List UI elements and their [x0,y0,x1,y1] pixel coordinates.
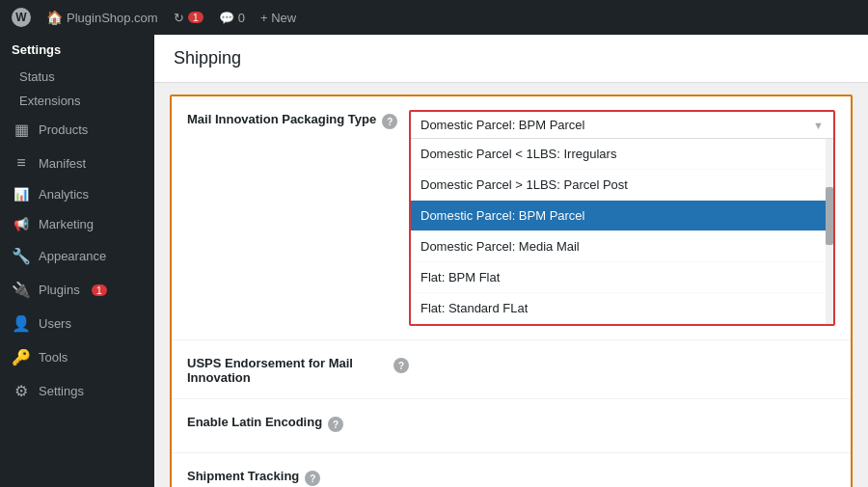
site-name-item[interactable]: 🏠 PluginShop.com [46,10,158,25]
table-row: Enable Latin Encoding ? [172,399,851,453]
sidebar-item-label: Marketing [39,217,94,231]
sidebar-settings-header: Settings [0,35,154,65]
appearance-icon: 🔧 [12,247,31,265]
table-row: USPS Endorsement for Mail Innovation ? [172,340,851,399]
dropdown-option[interactable]: Domestic Parcel > 1LBS: Parcel Post [411,170,833,201]
sidebar-item-label: Plugins [39,283,80,297]
plugins-badge: 1 [92,284,107,296]
dropdown-option-selected[interactable]: Domestic Parcel: BPM Parcel [411,201,833,231]
sidebar-item-users[interactable]: 👤 Users [0,307,154,340]
help-icon[interactable]: ? [305,471,320,486]
dropdown-option[interactable]: Flat: BPM Flat [411,262,833,293]
usps-endorsement-label: USPS Endorsement for Mail Innovation ? [187,354,409,385]
sidebar-item-marketing[interactable]: 📢 Marketing [0,209,154,239]
settings-icon: ⚙ [12,382,31,400]
sidebar-item-label: Analytics [39,187,89,202]
dropdown-arrow-icon: ▼ [813,120,824,131]
sidebar-item-tools[interactable]: 🔑 Tools [0,340,154,374]
update-count: 1 [188,12,203,23]
sidebar-item-products[interactable]: ▦ Products [0,113,154,147]
help-icon[interactable]: ? [393,358,409,373]
table-row: Shipment Tracking ? [172,453,851,487]
comment-count: 0 [238,11,245,25]
plugins-icon: 🔌 [12,281,31,299]
site-name: PluginShop.com [67,11,158,25]
sidebar-item-label: Products [39,122,88,137]
tools-icon: 🔑 [12,348,31,366]
layout: Settings Status Extensions ▦ Products ≡ … [0,35,868,487]
sidebar: Settings Status Extensions ▦ Products ≡ … [0,35,154,487]
latin-encoding-label: Enable Latin Encoding ? [187,413,409,432]
refresh-icon: ↻ [174,11,184,25]
page-title: Shipping [174,48,849,68]
table-row: Mail Innovation Packaging Type ? Domesti… [172,96,851,340]
dropdown-option[interactable]: Domestic Parcel: Media Mail [411,231,833,262]
manifest-icon: ≡ [12,154,31,172]
selected-text: Domestic Parcel: BPM Parcel [420,118,585,132]
sidebar-item-extensions[interactable]: Extensions [0,89,154,113]
sidebar-item-status[interactable]: Status [0,65,154,89]
analytics-icon: 📊 [12,187,31,202]
comment-icon: 💬 [219,11,234,25]
dropdown-list: Domestic Parcel < 1LBS: Irregulars Domes… [411,139,833,324]
wp-logo: W [12,8,31,27]
sidebar-item-label: Appearance [39,249,106,263]
sidebar-item-analytics[interactable]: 📊 Analytics [0,179,154,209]
marketing-icon: 📢 [12,217,31,231]
sidebar-item-plugins[interactable]: 🔌 Plugins 1 [0,273,154,307]
page-header: Shipping [154,35,868,83]
dropdown-selected-value[interactable]: Domestic Parcel: BPM Parcel ▼ [411,112,833,139]
sidebar-item-appearance[interactable]: 🔧 Appearance [0,239,154,273]
help-icon[interactable]: ? [382,114,397,129]
scrollbar[interactable] [826,139,833,324]
sidebar-item-label: Manifest [39,156,86,171]
packaging-dropdown[interactable]: Domestic Parcel: BPM Parcel ▼ Domestic P… [409,110,835,326]
admin-bar: W 🏠 PluginShop.com ↻ 1 💬 0 + New [0,0,868,35]
settings-section: Mail Innovation Packaging Type ? Domesti… [170,95,853,487]
wp-logo-item[interactable]: W [12,8,31,27]
users-icon: 👤 [12,314,31,333]
updates-item[interactable]: ↻ 1 [174,11,203,25]
new-content-item[interactable]: + New [260,11,296,25]
mail-packaging-label: Mail Innovation Packaging Type ? [187,110,409,129]
shipment-tracking-label: Shipment Tracking ? [187,467,409,486]
sidebar-item-label: Settings [39,384,84,398]
sidebar-item-label: Users [39,316,71,331]
new-label: + New [260,11,296,25]
sidebar-item-manifest[interactable]: ≡ Manifest [0,147,154,179]
main-content: Shipping Mail Innovation Packaging Type … [154,35,868,487]
sidebar-item-label: Tools [39,350,68,365]
help-icon[interactable]: ? [328,417,343,432]
scrollbar-thumb [826,187,833,245]
dropdown-option[interactable]: Flat: Standard FLat [411,293,833,324]
dropdown-option[interactable]: Domestic Parcel < 1LBS: Irregulars [411,139,833,170]
sidebar-item-settings[interactable]: ⚙ Settings [0,374,154,408]
comments-item[interactable]: 💬 0 [219,11,245,25]
home-icon: 🏠 [46,10,63,25]
products-icon: ▦ [12,121,31,139]
mail-packaging-control: Domestic Parcel: BPM Parcel ▼ Domestic P… [409,110,835,326]
